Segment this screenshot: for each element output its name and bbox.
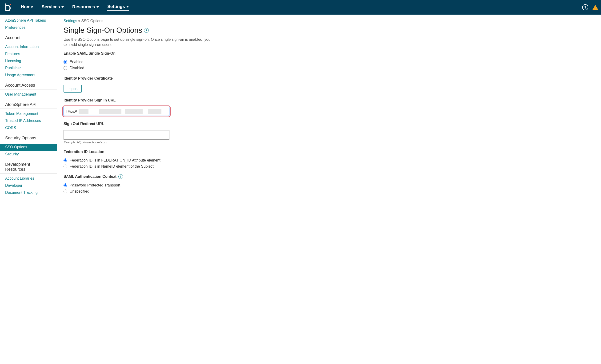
nav-home[interactable]: Home [21, 4, 33, 10]
sidebar-link-account-info[interactable]: Account Information [0, 43, 57, 51]
breadcrumb-current: SSO Options [81, 19, 103, 23]
nav-items: Home Services Resources Settings [21, 4, 129, 10]
radio-federation-attr-label[interactable]: Federation ID is in FEDERATION_ID Attrib… [70, 158, 160, 162]
help-icon[interactable]: ? [582, 4, 588, 10]
nav-services-label: Services [42, 4, 60, 10]
info-icon[interactable]: i [118, 174, 123, 179]
sidebar-heading-atomsphere-api: AtomSphere API [0, 98, 57, 109]
sidebar: AtomSphere API Tokens Preferences Accoun… [0, 15, 57, 364]
page-description: Use the SSO Options page to set up singl… [63, 37, 214, 48]
sidebar-heading-security-options: Security Options [0, 131, 57, 142]
idp-signin-url-label: Identity Provider Sign In URL [63, 98, 304, 102]
sidebar-link-developer[interactable]: Developer [0, 182, 57, 189]
breadcrumb-parent[interactable]: Settings [63, 19, 77, 23]
svg-point-0 [10, 4, 11, 5]
signout-url-input[interactable] [63, 130, 170, 140]
nav-services[interactable]: Services [42, 4, 64, 10]
saml-auth-label: SAML Authentication Context i [63, 174, 304, 179]
chevron-down-icon [126, 6, 129, 8]
topbar-right: ? [582, 4, 598, 10]
sidebar-link-atomsphere-tokens[interactable]: AtomSphere API Tokens [0, 17, 57, 24]
radio-enabled[interactable] [63, 60, 67, 64]
redacted-segment [79, 109, 89, 114]
enable-saml-label: Enable SAML Single Sign-On [63, 51, 304, 56]
radio-unspecified[interactable] [63, 190, 67, 193]
idp-cert-label: Identity Provider Certificate [63, 76, 304, 81]
sidebar-link-sso-options[interactable]: SSO Options [0, 144, 57, 151]
sidebar-link-cors[interactable]: CORS [0, 124, 57, 131]
radio-enabled-label[interactable]: Enabled [70, 60, 83, 64]
saml-auth-label-text: SAML Authentication Context [63, 174, 117, 179]
redacted-segment [125, 109, 143, 114]
radio-ppt[interactable] [63, 183, 67, 187]
sidebar-link-usage-agreement[interactable]: Usage Agreement [0, 71, 57, 79]
breadcrumb: Settings » SSO Options [63, 19, 304, 23]
redacted-segment [148, 109, 161, 114]
nav-settings[interactable]: Settings [107, 4, 129, 10]
logo[interactable] [3, 3, 12, 12]
signout-url-hint: Example: http://www.boomi.com [63, 141, 304, 144]
nav-settings-label: Settings [107, 4, 125, 9]
sidebar-heading-account-access: Account Access [0, 79, 57, 90]
info-icon[interactable]: i [144, 28, 149, 33]
sidebar-heading-account: Account [0, 31, 57, 42]
chevron-down-icon [97, 6, 99, 8]
redacted-segment [99, 109, 121, 114]
sidebar-link-licensing[interactable]: Licensing [0, 57, 57, 64]
main-content: Settings » SSO Options Single Sign-On Op… [57, 15, 311, 364]
sidebar-link-document-tracking[interactable]: Document Tracking [0, 189, 57, 196]
breadcrumb-sep: » [77, 19, 81, 23]
sidebar-link-publisher[interactable]: Publisher [0, 64, 57, 71]
nav-resources[interactable]: Resources [72, 4, 99, 10]
signout-url-label: Sign Out Redirect URL [63, 122, 304, 126]
nav-home-label: Home [21, 4, 33, 10]
sidebar-link-trusted-ip[interactable]: Trusted IP Addresses [0, 117, 57, 124]
page-title: Single Sign-On Options i [63, 26, 304, 35]
sidebar-link-account-libraries[interactable]: Account Libraries [0, 175, 57, 182]
federation-label: Federation ID Location [63, 150, 304, 154]
radio-federation-nameid[interactable] [63, 165, 67, 168]
radio-federation-nameid-label[interactable]: Federation ID is in NameID element of th… [70, 164, 154, 169]
page-title-text: Single Sign-On Options [63, 26, 142, 35]
nav-resources-label: Resources [72, 4, 95, 10]
import-button[interactable]: Import [63, 85, 82, 92]
radio-disabled-label[interactable]: Disabled [70, 66, 84, 70]
chevron-down-icon [61, 6, 64, 8]
sidebar-heading-dev-resources: Development Resources [0, 158, 57, 173]
top-navbar: Home Services Resources Settings ? [0, 0, 601, 15]
radio-disabled[interactable] [63, 66, 67, 70]
sidebar-link-user-management[interactable]: User Management [0, 91, 57, 98]
sidebar-link-features[interactable]: Features [0, 51, 57, 57]
radio-unspecified-label[interactable]: Unspecified [70, 189, 90, 193]
warning-icon[interactable] [592, 5, 598, 10]
sidebar-link-preferences[interactable]: Preferences [0, 24, 57, 31]
radio-ppt-label[interactable]: Password Protected Transport [70, 183, 120, 187]
sidebar-link-token-management[interactable]: Token Management [0, 110, 57, 117]
sidebar-link-security[interactable]: Security [0, 151, 57, 158]
radio-federation-attr[interactable] [63, 158, 67, 162]
